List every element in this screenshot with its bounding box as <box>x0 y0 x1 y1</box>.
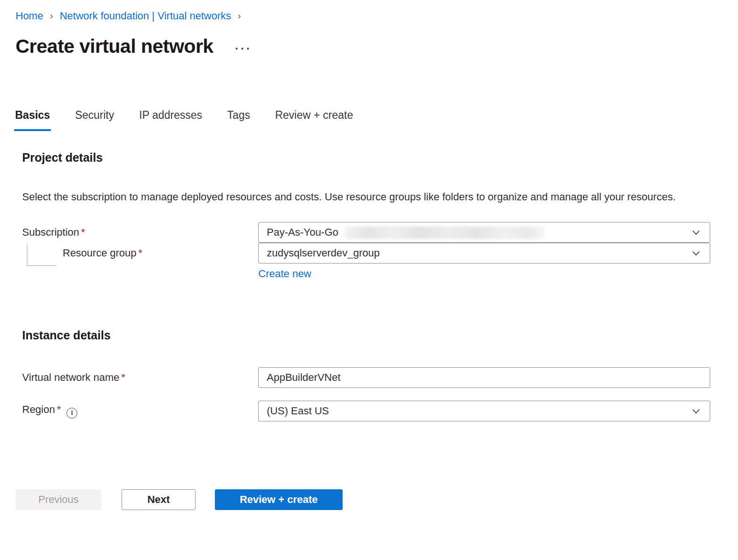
previous-button[interactable]: Previous <box>16 489 101 510</box>
tab-basics[interactable]: Basics <box>14 109 51 131</box>
breadcrumb: Home › Network foundation | Virtual netw… <box>0 0 738 22</box>
project-details-heading: Project details <box>22 150 710 165</box>
chevron-down-icon <box>690 226 702 239</box>
tab-bar: Basics Security IP addresses Tags Review… <box>14 109 738 131</box>
subscription-label: Subscription* <box>22 226 258 239</box>
tab-security[interactable]: Security <box>74 109 115 131</box>
page-title: Create virtual network <box>16 34 213 58</box>
region-label-text: Region <box>22 404 55 415</box>
required-asterisk: * <box>139 247 143 259</box>
breadcrumb-virtual-networks-link[interactable]: Network foundation | Virtual networks <box>60 9 231 22</box>
info-icon[interactable]: i <box>66 408 77 419</box>
tab-review-create[interactable]: Review + create <box>274 109 354 131</box>
virtual-network-name-input[interactable] <box>258 367 710 388</box>
project-details-form: Subscription* Pay-As-You-Go Resource gro… <box>22 222 710 280</box>
breadcrumb-separator-icon: › <box>50 9 53 22</box>
required-asterisk: * <box>57 404 61 415</box>
subscription-dropdown[interactable]: Pay-As-You-Go <box>258 222 710 243</box>
required-asterisk: * <box>121 371 125 383</box>
breadcrumb-separator-icon: › <box>238 9 241 22</box>
title-row: Create virtual network ··· <box>16 34 738 58</box>
redacted-subscription-id <box>344 226 545 239</box>
subscription-resource-group-connector <box>27 244 57 266</box>
tab-basics-label: Basics <box>15 109 50 121</box>
create-virtual-network-page: Home › Network foundation | Virtual netw… <box>0 0 738 560</box>
resource-group-value: zudysqlserverdev_group <box>267 247 380 259</box>
project-details-description: Select the subscription to manage deploy… <box>22 189 705 205</box>
tab-ip-addresses-label: IP addresses <box>139 109 202 121</box>
tab-security-label: Security <box>75 109 114 121</box>
create-new-row: Create new <box>258 267 710 280</box>
footer-action-bar: Previous Next Review + create <box>16 489 738 510</box>
region-row: Region*i (US) East US <box>22 401 710 421</box>
required-asterisk: * <box>81 226 85 238</box>
tab-review-create-label: Review + create <box>275 109 353 121</box>
tab-ip-addresses[interactable]: IP addresses <box>138 109 203 131</box>
tab-tags-label: Tags <box>227 109 250 121</box>
breadcrumb-home-link[interactable]: Home <box>16 9 43 22</box>
ellipsis-icon[interactable]: ··· <box>235 45 252 52</box>
subscription-value: Pay-As-You-Go <box>267 226 338 239</box>
resource-group-dropdown[interactable]: zudysqlserverdev_group <box>258 243 710 264</box>
region-label: Region*i <box>22 404 258 419</box>
resource-group-row: Resource group* zudysqlserverdev_group <box>22 243 710 264</box>
instance-details-form: Virtual network name* Region*i (US) East… <box>22 367 710 421</box>
subscription-label-text: Subscription <box>22 226 79 238</box>
resource-group-label: Resource group* <box>22 247 258 259</box>
resource-group-label-text: Resource group <box>63 247 137 259</box>
region-dropdown[interactable]: (US) East US <box>258 401 710 421</box>
subscription-row: Subscription* Pay-As-You-Go <box>22 222 710 243</box>
virtual-network-name-label: Virtual network name* <box>22 371 258 384</box>
review-create-button[interactable]: Review + create <box>215 489 343 510</box>
create-new-link[interactable]: Create new <box>258 267 312 280</box>
chevron-down-icon <box>690 405 702 417</box>
tab-tags[interactable]: Tags <box>226 109 251 131</box>
virtual-network-name-label-text: Virtual network name <box>22 371 119 383</box>
chevron-down-icon <box>690 247 702 259</box>
region-value: (US) East US <box>267 405 329 417</box>
instance-details-heading: Instance details <box>22 328 710 343</box>
next-button[interactable]: Next <box>122 489 196 510</box>
virtual-network-name-row: Virtual network name* <box>22 367 710 388</box>
basics-tab-content: Project details Select the subscription … <box>0 150 738 421</box>
